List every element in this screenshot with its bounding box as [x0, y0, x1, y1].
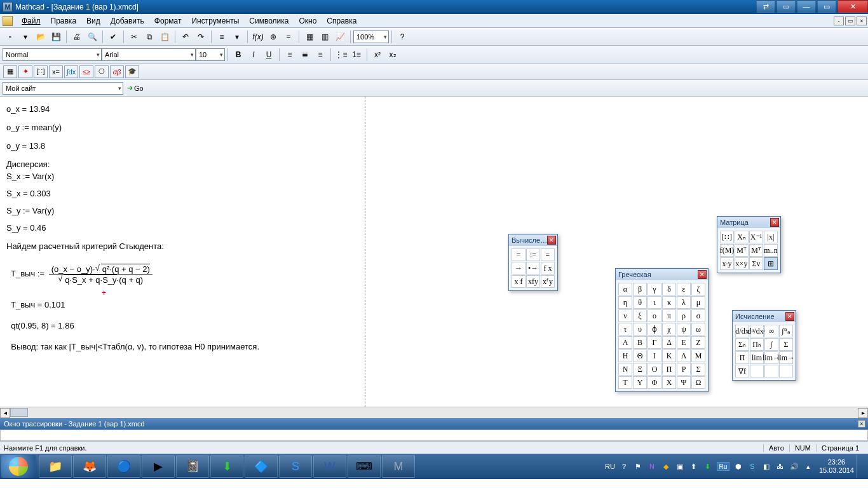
tray-ut-icon[interactable]: ⬇: [702, 461, 714, 472]
tray-chevron-icon[interactable]: ▴: [803, 461, 814, 472]
palette-cell[interactable]: κ: [662, 296, 676, 309]
number-button[interactable]: 1≡: [349, 48, 363, 62]
palette-cell[interactable]: Ω: [691, 376, 705, 389]
menu-symbolics[interactable]: Символика: [244, 17, 294, 25]
palette-cell[interactable]: Σₙ: [735, 338, 749, 351]
titlebar-extra-button2[interactable]: ▭: [776, 0, 796, 13]
palette-cell[interactable]: [∷]: [720, 231, 734, 243]
palette-cell[interactable]: Σv: [749, 257, 763, 270]
tray-app-icon[interactable]: ⬆: [688, 461, 700, 472]
close-icon[interactable]: ✕: [770, 218, 779, 227]
palette-cell[interactable]: ι: [648, 296, 661, 309]
palette-cell[interactable]: ∇f: [735, 365, 749, 377]
matrix-palette-window[interactable]: Матрица✕ [∷]XₙX⁻¹|x|f(M)MᵀMᵀm..nx·yx×yΣv…: [717, 216, 781, 273]
palette-cell[interactable]: Δ: [662, 336, 676, 349]
start-button[interactable]: [1, 455, 36, 478]
palette-cell[interactable]: ω: [691, 323, 705, 336]
expr[interactable]: o_y := mean(y): [6, 123, 862, 132]
palette-cell[interactable]: Γ: [648, 336, 661, 349]
titlebar-extra-button[interactable]: ⇄: [756, 0, 775, 13]
preview-button[interactable]: 🔍: [85, 30, 99, 44]
palette-cell[interactable]: ρ: [677, 309, 691, 322]
palette-cell[interactable]: x·y: [720, 257, 734, 270]
palette-cell[interactable]: xᶠy: [541, 275, 555, 288]
undo-button[interactable]: ↶: [179, 30, 193, 44]
mdi-close[interactable]: ×: [857, 17, 867, 25]
palette-cell[interactable]: lim→: [764, 351, 778, 364]
evaluation-palette-window[interactable]: Вычисле…✕ =:=≡→•→f xx fxfyxᶠy: [508, 234, 558, 291]
chart-button[interactable]: 📈: [333, 30, 347, 44]
program-palette-button[interactable]: ⎔: [95, 65, 109, 78]
print-button[interactable]: 🖨: [70, 30, 84, 44]
palette-cell[interactable]: ≡: [541, 248, 555, 261]
trace-input[interactable]: [0, 430, 868, 441]
component-button[interactable]: ▥: [318, 30, 332, 44]
tray-av-icon[interactable]: ◆: [660, 461, 672, 472]
palette-cell[interactable]: =: [512, 248, 526, 261]
expr[interactable]: S_y := Var(y): [6, 206, 862, 215]
open-button[interactable]: 📂: [34, 30, 48, 44]
spell-button[interactable]: ✔: [106, 30, 120, 44]
taskbar-media[interactable]: ▶: [142, 455, 175, 478]
zoom-dropdown[interactable]: 100%: [353, 30, 389, 43]
palette-cell[interactable]: θ: [633, 296, 647, 309]
palette-cell[interactable]: |x|: [764, 231, 778, 243]
palette-cell[interactable]: σ: [691, 309, 705, 322]
tray-volume-icon[interactable]: 🔊: [789, 461, 800, 472]
palette-cell[interactable]: γ: [648, 283, 661, 295]
italic-button[interactable]: I: [247, 48, 261, 62]
palette-cell[interactable]: X⁻¹: [749, 231, 763, 243]
align-dropdown[interactable]: ▾: [230, 30, 244, 44]
worksheet-area[interactable]: o_x = 13.94 o_y := mean(y) o_y = 13.8 Ди…: [0, 97, 868, 418]
save-button[interactable]: 💾: [49, 30, 63, 44]
menu-edit[interactable]: Правка: [46, 17, 82, 25]
taskbar-utorrent[interactable]: ⬇: [210, 455, 243, 478]
palette-cell[interactable]: Μ: [691, 349, 705, 362]
palette-cell[interactable]: Χ: [662, 376, 676, 389]
palette-cell[interactable]: Ι: [648, 349, 661, 362]
palette-cell[interactable]: Ο: [648, 363, 661, 376]
palette-cell[interactable]: Κ: [662, 349, 676, 362]
redo-button[interactable]: ↷: [194, 30, 208, 44]
tray-flag-icon[interactable]: ⚑: [632, 461, 644, 472]
show-desktop-button[interactable]: [857, 455, 863, 478]
palette-cell[interactable]: [764, 365, 778, 377]
palette-cell[interactable]: ψ: [677, 323, 691, 336]
palette-cell[interactable]: Τ: [618, 376, 632, 389]
calculus-palette-window[interactable]: Исчисление✕ d/dxdⁿ/dxⁿ∞∫ᵇₐΣₙΠₙ∫ΣΠlimlim→…: [732, 310, 796, 381]
align-right-button[interactable]: ≡: [313, 48, 327, 62]
new-dropdown[interactable]: ▾: [18, 30, 32, 44]
taskbar-mathcad[interactable]: M: [382, 455, 415, 478]
calc-button[interactable]: =: [281, 30, 295, 44]
scroll-right-button[interactable]: ▸: [858, 408, 868, 418]
horizontal-scrollbar[interactable]: ◂ ▸: [0, 407, 868, 418]
taskbar-chrome[interactable]: 🔵: [107, 455, 140, 478]
close-icon[interactable]: ✕: [785, 312, 794, 321]
palette-cell[interactable]: ε: [677, 283, 691, 295]
bold-button[interactable]: B: [231, 48, 245, 62]
palette-cell[interactable]: f(M): [720, 244, 734, 257]
menu-tools[interactable]: Инструменты: [186, 17, 244, 25]
palette-cell[interactable]: ο: [648, 309, 661, 322]
tray-lang-button[interactable]: Ru: [717, 462, 729, 471]
palette-cell[interactable]: Υ: [633, 376, 647, 389]
boolean-palette-button[interactable]: ≤≥: [79, 65, 93, 78]
align-center-button[interactable]: ≣: [298, 48, 312, 62]
palette-cell[interactable]: Ε: [677, 336, 691, 349]
tray-help-icon[interactable]: ?: [618, 461, 630, 472]
palette-cell[interactable]: χ: [662, 323, 676, 336]
maximize-button[interactable]: ▭: [817, 0, 836, 13]
palette-cell[interactable]: f x: [541, 262, 555, 274]
style-dropdown[interactable]: Normal: [3, 48, 102, 61]
palette-cell[interactable]: ∫: [764, 338, 778, 351]
menu-view[interactable]: Вид: [81, 17, 105, 25]
mdi-restore[interactable]: ▭: [845, 17, 855, 25]
palette-cell[interactable]: x×y: [735, 257, 749, 270]
palette-cell[interactable]: Α: [618, 336, 632, 349]
help-button[interactable]: ?: [395, 30, 409, 44]
palette-cell[interactable]: δ: [662, 283, 676, 295]
palette-cell[interactable]: [779, 365, 793, 377]
palette-cell[interactable]: Ζ: [691, 336, 705, 349]
palette-cell[interactable]: α: [618, 283, 632, 295]
superscript-button[interactable]: x²: [370, 48, 384, 62]
